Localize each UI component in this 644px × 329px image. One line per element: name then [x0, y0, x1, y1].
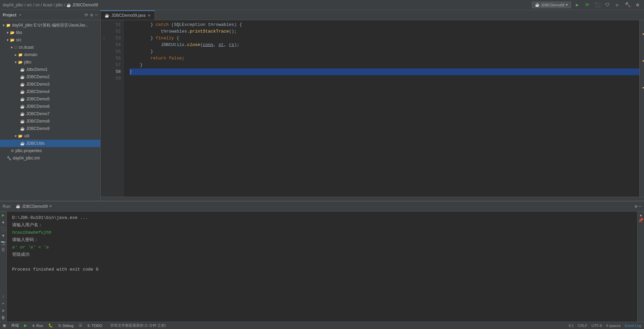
code-51-1: }: [129, 21, 156, 28]
line-num-54: 54: [107, 42, 121, 48]
expand-arrow-libs: ▾: [7, 31, 9, 35]
run-list-icon[interactable]: ☰: [1, 247, 5, 252]
java-icon-JDBCDemo3: ☕: [20, 82, 25, 87]
event-log-button[interactable]: Event Log: [625, 324, 641, 328]
tree-item-domain[interactable]: ▸ 📁 domain: [0, 51, 100, 58]
editor-tab-jdbcdemo09[interactable]: ☕ JDBCDemo09.java ✕: [101, 10, 155, 20]
tree-item-cn-itcast[interactable]: ▾ ⬡ cn.itcast: [0, 44, 100, 51]
run-filter-icon[interactable]: ⚙: [2, 308, 4, 313]
tree-label-day04-iml: day04_jdbc.iml: [13, 156, 40, 160]
java-icon-JDBCDemo8: ☕: [20, 119, 25, 124]
favorites-pin-icon[interactable]: 📌: [638, 218, 643, 223]
tree-item-JdbcDemo1[interactable]: ☕ JdbcDemo1: [0, 66, 100, 73]
status-debug-icon[interactable]: 🐛: [48, 323, 53, 328]
code-line-52: throwables. printStackTrace ();: [129, 28, 639, 35]
status-run-icon[interactable]: ▶: [24, 323, 27, 328]
tree-item-JDBCDemo2[interactable]: ☕ JDBCDemo2: [0, 73, 100, 81]
code-57-1: }: [129, 62, 143, 68]
console-line-3: hcauibawbefujhb: [12, 229, 632, 236]
cog-icon[interactable]: ⚙: [90, 12, 93, 18]
tree-label-JDBCDemo4: JDBCDemo4: [26, 89, 50, 94]
tree-item-day04-iml[interactable]: 🔧 day04_jdbc.iml: [0, 154, 100, 162]
run-trash-icon[interactable]: 🗑: [1, 315, 5, 320]
code-54-1: JDBCUtils.: [129, 42, 187, 48]
run-scroll-icon[interactable]: ↕: [2, 294, 4, 299]
run-config-selector[interactable]: ☕ JDBCDemo09 ▾: [532, 2, 571, 8]
expand-arrow-icon: ▾: [3, 23, 5, 28]
tree-item-JDBCDemo5[interactable]: ☕ JDBCDemo5: [0, 95, 100, 103]
run-camera-icon[interactable]: 📷: [1, 240, 6, 245]
tree-item-libs[interactable]: ▾ 📂 libs: [0, 29, 100, 36]
expand-icon[interactable]: —: [95, 12, 98, 18]
profile-button[interactable]: ▷: [614, 1, 621, 9]
status-run-label[interactable]: 4: Run: [32, 324, 43, 328]
run-down-icon[interactable]: ▼: [2, 234, 4, 238]
tree-item-JDBCDemo6[interactable]: ☕ JDBCDemo6: [0, 103, 100, 110]
tree-label-JDBCDemo3: JDBCDemo3: [26, 82, 50, 87]
favorites-star-icon[interactable]: ★: [640, 213, 642, 218]
bottom-settings-icon[interactable]: ⚙: [635, 204, 637, 209]
bottom-tab-close[interactable]: ✕: [49, 204, 52, 208]
settings-button[interactable]: ⚙: [634, 1, 641, 9]
gutter-line-59: [101, 75, 107, 82]
gutter-line-56: [101, 55, 107, 62]
build-button[interactable]: 🔨: [624, 1, 631, 9]
code-54-2: (: [200, 42, 203, 48]
code-54-st: st: [218, 42, 224, 48]
tree-label-JDBCUtils: JDBCUtils: [26, 141, 45, 146]
package-icon: ⬡: [14, 45, 17, 50]
run-stop-icon[interactable]: ⬛: [1, 227, 6, 232]
jdbc-folder-icon: 📂: [18, 60, 23, 64]
run-config-icon: ☕: [535, 3, 540, 7]
java-icon-JDBCDemo7: ☕: [20, 112, 25, 116]
tree-item-JDBCDemo7[interactable]: ☕ JDBCDemo7: [0, 110, 100, 117]
coverage-button[interactable]: 🛡: [604, 1, 611, 9]
tree-item-util[interactable]: ▾ 📂 util: [0, 132, 100, 140]
run-button[interactable]: ▶: [574, 1, 581, 9]
code-line-51: } catch (SQLException throwables) {: [129, 21, 639, 28]
status-todo-icon[interactable]: ☰: [79, 323, 82, 328]
status-todo-label[interactable]: 6: TODO: [88, 324, 102, 328]
tree-item-JDBCDemo4[interactable]: ☕ JDBCDemo4: [0, 88, 100, 95]
bottom-tab-jdbcdemo09[interactable]: ☕ JDBCDemo09 ✕: [14, 201, 54, 211]
bottom-minimize-icon[interactable]: —: [639, 204, 641, 209]
java-icon-JdbcDemo1: ☕: [20, 67, 25, 72]
run-label: Run:: [3, 204, 11, 209]
java-icon-JDBCDemo5: ☕: [20, 97, 25, 101]
bottom-main: ▶ ▲ ⬛ ▼ 📷 ☰ ↕ ↩ ⚙ 🗑 D:\JDK-8u191\bin\jav…: [0, 211, 644, 322]
horizontal-scrollbar[interactable]: [101, 197, 644, 201]
expand-arrow-domain: ▸: [15, 53, 17, 57]
tree-item-JDBCDemo9[interactable]: ☕ JDBCDemo9: [0, 125, 100, 132]
code-53-3: {: [174, 35, 179, 42]
code-content[interactable]: } catch (SQLException throwables) { thro…: [124, 20, 639, 197]
tree-item-src[interactable]: ▾ 📂 src: [0, 36, 100, 44]
tree-label-JDBCDemo7: JDBCDemo7: [26, 111, 50, 116]
line-num-51: 51: [107, 21, 121, 28]
tab-close-icon[interactable]: ✕: [148, 13, 151, 18]
run-play-icon[interactable]: ▶: [2, 213, 4, 218]
tree-item-jdbc-folder[interactable]: ▾ 📂 jdbc: [0, 58, 100, 66]
domain-folder-icon: 📁: [18, 53, 23, 57]
debug-button[interactable]: ⟳: [584, 1, 591, 9]
run-up-icon[interactable]: ▲: [2, 220, 4, 225]
gutter-line-57: [101, 62, 107, 68]
tree-item-jdbc-properties[interactable]: ⚙ jdbc.properties: [0, 147, 100, 154]
tree-item-day04-jdbc[interactable]: ▾ 📁 day04_jdbc E:\计算机-编程语言\Java\Jav...: [0, 21, 100, 29]
status-debug-label[interactable]: 5: Debug: [58, 324, 73, 328]
tree-item-JDBCDemo8[interactable]: ☕ JDBCDemo8: [0, 117, 100, 125]
code-54-3: ,: [213, 42, 219, 48]
breadcrumb-icon: ☕: [66, 3, 71, 7]
tree-label-jdbc-folder: jdbc: [24, 60, 32, 64]
status-terminal-icon[interactable]: ▣: [3, 323, 6, 328]
run-wrap-icon[interactable]: ↩: [2, 301, 4, 306]
status-bar: ▣ 终端 ▶ 4: Run 🐛 5: Debug ☰ 6: TODO 所有文件都…: [0, 322, 644, 329]
top-bar: day04_jdbc / src / cn / itcast / jdbc / …: [0, 0, 644, 10]
tree-item-JDBCDemo3[interactable]: ☕ JDBCDemo3: [0, 81, 100, 88]
tree-item-JDBCUtils[interactable]: ☕ JDBCUtils: [0, 140, 100, 147]
code-line-55: }: [129, 48, 639, 55]
stop-button[interactable]: ⬛: [594, 1, 601, 9]
sync-icon[interactable]: ⟳: [85, 12, 88, 18]
line-num-55: 55: [107, 48, 121, 55]
status-encoding: UTF-8: [591, 324, 602, 328]
status-terminal-label[interactable]: 终端: [11, 323, 19, 328]
